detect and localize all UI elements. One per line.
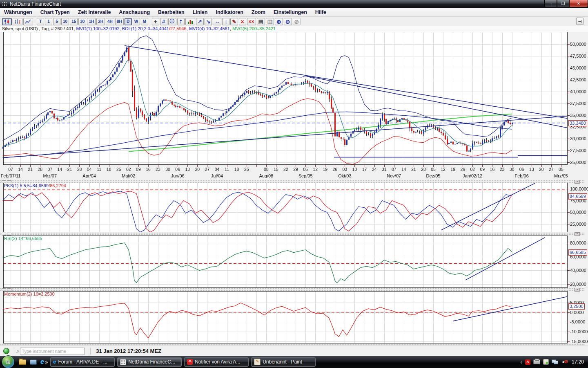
menu-bearbeiten[interactable]: Bearbeiten — [154, 9, 189, 15]
y-axis-label: 35,0000 — [570, 113, 586, 118]
x-axis-day-label: 21 — [67, 167, 72, 172]
menu-anschauung[interactable]: Anschauung — [115, 9, 154, 15]
x-axis-day-label: 08 — [264, 167, 269, 172]
zoom-in-tool[interactable]: ⊕ — [275, 18, 283, 25]
tray-volume-muted-icon[interactable]: ◄⊘ — [561, 359, 568, 365]
menu-linien[interactable]: Linien — [189, 9, 212, 15]
bar-chart-button[interactable] — [13, 18, 22, 25]
status-timestamp: 31 Jan 2012 17:20:54 MEZ — [96, 348, 161, 354]
menu-zoom[interactable]: Zoom — [247, 9, 270, 15]
x-axis-day-label: 09 — [136, 167, 141, 172]
legend-text: Momentum(2) 10=3,2500 — [4, 292, 55, 296]
x-axis-month-label: Mai/02 — [122, 173, 135, 178]
interval-w-button[interactable]: W — [133, 18, 140, 25]
x-axis-month-label: Feb/06 — [515, 173, 529, 178]
levels-tool[interactable]: ⇡ — [177, 18, 185, 25]
pks-indicator-chart[interactable] — [0, 183, 585, 232]
menu-chart-typen[interactable]: Chart Typen — [36, 9, 74, 15]
volume-tool[interactable] — [185, 18, 195, 25]
tray-power-icon[interactable] — [543, 359, 549, 365]
edit-line-tool[interactable]: ✎ — [230, 18, 238, 25]
show-desktop-icon[interactable] — [30, 359, 37, 365]
vertical-line-tool[interactable]: ↕ — [222, 18, 229, 25]
interval-8h-button[interactable]: 8H — [115, 18, 124, 25]
x-axis-day-label: 18 — [234, 167, 239, 172]
legend-text: Silver, spot (USD) , Tag, # 260 / 401 — [2, 26, 74, 31]
main-chart-legend: Silver, spot (USD) , Tag, # 260 / 401, M… — [0, 26, 588, 32]
menu-hilfe[interactable]: Hilfe — [311, 9, 330, 15]
grid-tool[interactable]: # — [160, 18, 167, 25]
line-chart-button[interactable] — [23, 18, 33, 25]
delete-all-lines-tool[interactable]: ×× — [247, 18, 256, 25]
restore-button[interactable]: ❐ — [557, 0, 569, 7]
interval-4h-button[interactable]: 4H — [106, 18, 114, 25]
search-icon: ⌕ — [16, 348, 19, 355]
y-axis-label: 40,0000 — [570, 89, 586, 94]
internet-explorer-icon: e — [53, 359, 56, 365]
main-price-chart[interactable] — [0, 32, 585, 180]
momentum-indicator-chart[interactable] — [0, 291, 585, 343]
netdania-financechart-window: NetDania FinanceChart –❐✕ WährungenChart… — [0, 0, 588, 368]
delete-line-tool[interactable]: × — [239, 18, 246, 25]
menu-währungen[interactable]: Währungen — [0, 9, 36, 15]
taskbar-task-avira[interactable]: ☂Notifier von Avira A... — [184, 357, 249, 367]
zoom-out-tool[interactable]: ⊖ — [284, 18, 292, 25]
print-tool[interactable]: ▤ — [257, 18, 265, 25]
taskbar-task-internet-explorer[interactable]: eForum - ARIVA.DE - ... — [50, 357, 115, 367]
rsi-indicator-chart[interactable] — [0, 236, 585, 288]
panel-splitter[interactable] — [0, 288, 585, 291]
interval-1h-button[interactable]: 1H — [87, 18, 96, 25]
task-label: Unbenannt - Paint — [263, 359, 302, 365]
zoom-reset-tool[interactable]: ⊘ — [293, 18, 301, 25]
x-axis-day-label: 14 — [401, 167, 406, 172]
x-axis-day-label: 27 — [205, 167, 210, 172]
print-preview-tool[interactable]: ◫ — [266, 18, 274, 25]
minimize-button[interactable]: – — [544, 0, 557, 7]
quicklaunch-overflow-icon[interactable]: » — [45, 359, 48, 365]
y-axis-label: 40,0000 — [570, 268, 586, 273]
interval-2h-button[interactable]: 2H — [96, 18, 105, 25]
menu-einstellungen[interactable]: Einstellungen — [270, 9, 311, 15]
crosshair-tool[interactable]: + — [152, 18, 159, 25]
interval-1-button[interactable]: 1 — [45, 18, 52, 25]
interval-t-button[interactable]: T — [37, 18, 44, 25]
start-button[interactable]: ⊞ — [2, 355, 15, 368]
info-tool[interactable]: ⓘ — [168, 18, 176, 25]
taskbar-clock[interactable]: 17:20 — [572, 359, 584, 365]
x-axis-day-label: 17 — [362, 167, 367, 172]
x-axis-day-label: 26 — [332, 167, 337, 172]
pin-panel-button[interactable]: ⊣ — [576, 18, 584, 25]
instrument-search-input[interactable] — [20, 348, 85, 355]
tray-pdf-icon[interactable]: A — [525, 359, 530, 365]
taskbar-task-netdania[interactable]: NetDania FinanceC... — [117, 357, 182, 367]
momentum-legend: Momentum(2) 10=3,2500 — [4, 292, 55, 296]
trendline-tool[interactable]: ↗ — [196, 18, 204, 25]
y-axis-label: 27,5000 — [570, 148, 586, 153]
interval-5-button[interactable]: 5 — [53, 18, 60, 25]
internet-explorer-icon[interactable]: e — [40, 359, 44, 365]
x-axis-day-label: 25 — [116, 167, 121, 172]
interval-d-button[interactable]: D — [125, 18, 132, 25]
tray-expand-icon[interactable]: ‹ — [521, 359, 522, 365]
taskbar-task-paint[interactable]: ✎Unbenannt - Paint — [251, 357, 316, 367]
menu-indikatoren[interactable]: Indikatoren — [212, 9, 247, 15]
menu-zeit-intervalle[interactable]: Zeit Intervalle — [74, 9, 115, 15]
interval-15-button[interactable]: 15 — [70, 18, 78, 25]
tray-network-icon[interactable] — [552, 359, 558, 364]
current-price-box: 33,3480 — [568, 120, 587, 126]
x-axis-day-label: 13 — [529, 167, 534, 172]
window-title: NetDania FinanceChart — [10, 1, 61, 7]
interval-m-button[interactable]: M — [141, 18, 148, 25]
interval-30-button[interactable]: 30 — [78, 18, 86, 25]
horizontal-line-tool[interactable]: ↔ — [213, 18, 221, 25]
panel-splitter[interactable] — [0, 232, 585, 236]
trendline-extended-tool[interactable]: ↘ — [205, 18, 212, 25]
interval-10-button[interactable]: 10 — [61, 18, 69, 25]
x-axis-month-label: Mrz/07 — [43, 173, 57, 178]
candlestick-chart-button[interactable] — [2, 18, 12, 25]
x-axis-day-label: 02 — [470, 167, 475, 172]
tray-printer-icon[interactable] — [533, 359, 540, 364]
close-button[interactable]: ✕ — [569, 0, 588, 7]
folder-icon[interactable] — [19, 359, 26, 365]
panel-splitter[interactable] — [0, 180, 585, 183]
